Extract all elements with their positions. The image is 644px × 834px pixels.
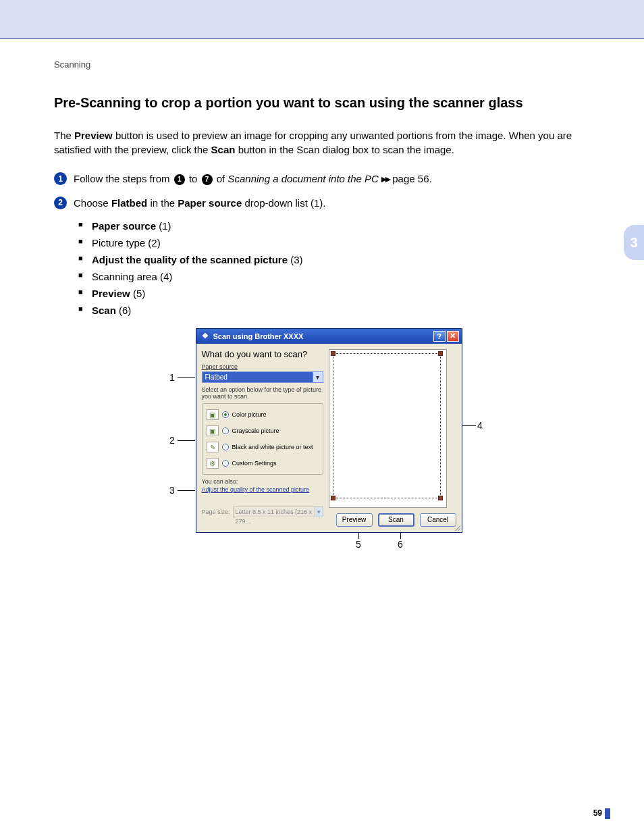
- titlebar[interactable]: ❖ Scan using Brother XXXX ? ✕: [196, 329, 462, 344]
- callout-line: [178, 440, 195, 441]
- chapter-tab: 3: [624, 225, 644, 260]
- bullet-plain: Picture type (2): [92, 237, 161, 249]
- radio-label: Grayscale picture: [232, 427, 279, 434]
- scan-dialog: ❖ Scan using Brother XXXX ? ✕ What do yo…: [196, 328, 462, 533]
- bw-text-icon: ✎: [207, 442, 219, 452]
- bullet-plain: (6): [116, 305, 132, 316]
- crop-handle-top-right[interactable]: [438, 351, 443, 356]
- radio-grayscale[interactable]: ▣ Grayscale picture: [205, 423, 320, 439]
- close-button[interactable]: ✕: [447, 331, 459, 342]
- page-size-row: Page size: Letter 8.5 x 11 inches (216 x…: [202, 506, 323, 517]
- bullet-adjust-quality: Adjust the quality of the scanned pictur…: [78, 254, 603, 265]
- dialog-figure: 1 2 3 4 5 6 ❖ Scan using Brother XXXX ? …: [173, 328, 484, 533]
- paper-source-dropdown[interactable]: Flatbed ▾: [202, 371, 323, 383]
- bullet-bold: Adjust the quality of the scanned pictur…: [92, 254, 288, 265]
- dialog-heading: What do you want to scan?: [202, 349, 323, 359]
- bullet-paper-source: Paper source (1): [78, 220, 603, 232]
- you-can-also-label: You can also:: [202, 478, 323, 485]
- crop-handle-top-left[interactable]: [331, 351, 336, 356]
- bold-papersource: Paper source: [178, 197, 242, 209]
- crop-handle-bottom-left[interactable]: [331, 496, 336, 500]
- callout-2: 2: [169, 435, 175, 446]
- callout-4: 4: [477, 420, 483, 431]
- callout-3: 3: [169, 485, 175, 496]
- callout-1: 1: [169, 372, 175, 383]
- step-badge-2: 2: [54, 197, 67, 209]
- window-title: Scan using Brother XXXX: [213, 332, 432, 340]
- step-badge-1: 1: [54, 172, 67, 185]
- callout-6: 6: [398, 539, 403, 550]
- section-heading: Pre-Scanning to crop a portion you want …: [54, 95, 603, 111]
- radio-button[interactable]: [222, 411, 229, 418]
- radio-color[interactable]: ▣ Color picture: [205, 407, 320, 423]
- text: in the: [147, 197, 178, 209]
- crop-rectangle[interactable]: [333, 353, 441, 498]
- radio-button[interactable]: [222, 444, 229, 450]
- preview-pane: Preview Scan Cancel: [329, 349, 456, 527]
- page-size-value: Letter 8.5 x 11 inches (216 x 279…: [236, 507, 315, 517]
- text: to: [186, 173, 200, 184]
- step-1-text: Follow the steps from 1 to 7 of Scanning…: [74, 172, 432, 186]
- bullet-plain: Scanning area (4): [92, 271, 172, 282]
- bullet-scan: Scan (6): [78, 305, 603, 316]
- dialog-body: What do you want to scan? Paper source F…: [196, 344, 462, 532]
- radio-bw[interactable]: ✎ Black and white picture or text: [205, 439, 320, 455]
- bullet-bold: Paper source: [92, 220, 156, 232]
- bullet-bold: Scan: [92, 305, 116, 316]
- callout-line: [178, 377, 195, 378]
- bullet-preview: Preview (5): [78, 288, 603, 299]
- page-size-dropdown: Letter 8.5 x 11 inches (216 x 279… ▾: [233, 506, 323, 517]
- top-banner: [0, 0, 644, 39]
- radio-button[interactable]: [222, 460, 229, 467]
- callout-line: [178, 490, 195, 491]
- step-2-text: Choose Flatbed in the Paper source drop-…: [74, 196, 326, 211]
- scanning-area[interactable]: [329, 349, 447, 508]
- custom-settings-icon: ⚙: [207, 458, 219, 469]
- page-content: Scanning Pre-Scanning to crop a portion …: [0, 39, 644, 560]
- intro-text: button in the Scan dialog box to scan th…: [235, 144, 454, 155]
- callout-5: 5: [356, 539, 361, 550]
- dialog-button-row: Preview Scan Cancel: [329, 513, 456, 527]
- italic-title: Scanning a document into the PC: [227, 173, 378, 184]
- scan-button[interactable]: Scan: [378, 513, 414, 527]
- text: Follow the steps from: [74, 173, 173, 184]
- intro-bold-scan: Scan: [211, 144, 236, 155]
- radio-label: Custom Settings: [232, 460, 277, 467]
- preview-button[interactable]: Preview: [336, 513, 373, 527]
- intro-bold-preview: Preview: [74, 130, 113, 141]
- picture-type-group: ▣ Color picture ▣ Grayscale picture ✎: [202, 403, 323, 475]
- adjust-quality-link[interactable]: Adjust the quality of the scanned pictur…: [202, 486, 323, 493]
- arrow-icon: ▸▸: [381, 173, 390, 184]
- radio-custom[interactable]: ⚙ Custom Settings: [205, 455, 320, 471]
- window-icon: ❖: [200, 332, 210, 341]
- dropdown-value: Flatbed: [205, 373, 227, 381]
- bullet-picture-type: Picture type (2): [78, 237, 603, 249]
- breadcrumb: Scanning: [54, 59, 603, 70]
- inline-ref-1: 1: [174, 174, 185, 185]
- color-picture-icon: ▣: [207, 409, 219, 420]
- text: Choose: [74, 197, 111, 209]
- option-hint: Select an option below for the type of p…: [202, 386, 323, 401]
- chevron-down-icon: ▾: [313, 372, 323, 382]
- page-size-label: Page size:: [202, 509, 230, 515]
- chevron-down-icon: ▾: [315, 507, 323, 517]
- bold-flatbed: Flatbed: [111, 197, 147, 209]
- crop-handle-bottom-right[interactable]: [438, 496, 443, 500]
- text: drop-down list (1).: [242, 197, 325, 209]
- bullet-bold: Preview: [92, 288, 130, 299]
- step-2: 2 Choose Flatbed in the Paper source dro…: [54, 196, 603, 211]
- bullet-list: Paper source (1) Picture type (2) Adjust…: [54, 220, 603, 316]
- cancel-button[interactable]: Cancel: [420, 513, 456, 527]
- radio-label: Color picture: [232, 411, 267, 418]
- bullet-plain: (5): [130, 288, 146, 299]
- paper-source-label: Paper source: [202, 363, 323, 370]
- resize-grip-icon[interactable]: [454, 524, 460, 531]
- radio-button[interactable]: [222, 427, 229, 434]
- inline-ref-7: 7: [202, 174, 213, 185]
- text: page 56.: [390, 173, 432, 184]
- intro-paragraph: The Preview button is used to preview an…: [54, 128, 603, 157]
- left-pane: What do you want to scan? Paper source F…: [202, 349, 323, 527]
- text: of: [214, 173, 228, 184]
- bullet-plain: (3): [288, 254, 303, 265]
- help-button[interactable]: ?: [433, 331, 446, 342]
